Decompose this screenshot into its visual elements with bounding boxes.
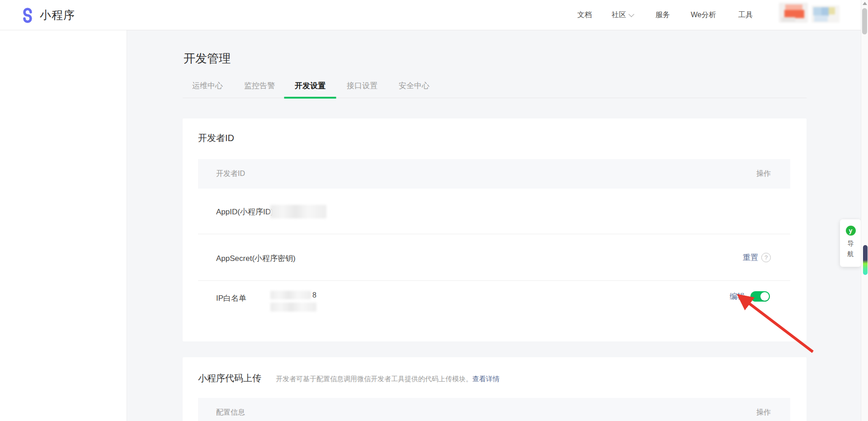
edit-link[interactable]: 编辑 [730, 291, 745, 302]
ip-value-1-tail: 8 [312, 291, 316, 299]
nav-tools[interactable]: 工具 [738, 0, 753, 30]
ip-value-1-redacted [270, 291, 311, 299]
sidebar [0, 30, 127, 421]
developer-id-card: 开发者ID 开发者ID 操作 AppID(小程序ID) AppSecret(小程… [183, 118, 807, 341]
tab-monitor-alerts[interactable]: 监控告警 [244, 79, 275, 98]
developer-id-table-header: 开发者ID 操作 [198, 159, 790, 189]
appid-value-redacted [270, 205, 326, 218]
view-details-link[interactable]: 查看详情 [472, 375, 500, 383]
account-avatar-redacted[interactable] [779, 3, 808, 23]
nav-we-analytics[interactable]: We分析 [691, 0, 716, 30]
tab-bar: 运维中心 监控告警 开发设置 接口设置 安全中心 [183, 79, 807, 98]
miniprogram-logo[interactable]: 小程序 [19, 0, 75, 30]
tab-security-center[interactable]: 安全中心 [399, 79, 429, 98]
column-action: 操作 [756, 169, 771, 179]
page: 小程序 文档 社区 服务 We分析 工具 [0, 0, 868, 421]
scroll-up-arrow-icon[interactable] [863, 2, 867, 5]
scroll-position-marker[interactable] [863, 245, 868, 275]
ip-whitelist-toggle[interactable] [750, 291, 770, 302]
column-config-info: 配置信息 [216, 408, 245, 417]
nav-docs[interactable]: 文档 [577, 0, 592, 30]
nav-widget-icon: y [846, 226, 856, 236]
tab-operations-center[interactable]: 运维中心 [192, 79, 223, 98]
ip-whitelist-label: IP白名单 [216, 293, 246, 303]
nav-services[interactable]: 服务 [656, 0, 670, 30]
code-upload-description: 开发者可基于配置信息调用微信开发者工具提供的代码上传模块。 [276, 375, 472, 383]
floating-nav-widget[interactable]: y 导 航 [840, 219, 861, 267]
appsecret-label: AppSecret(小程序密钥) [216, 253, 296, 264]
chevron-down-icon [628, 11, 634, 17]
appid-row: AppID(小程序ID) [198, 189, 790, 234]
question-circle-icon[interactable]: ? [761, 253, 771, 262]
nav-widget-text-2: 航 [840, 249, 861, 259]
appsecret-row: AppSecret(小程序密钥) 重置 ? [198, 234, 790, 281]
appid-label: AppID(小程序ID) [216, 207, 274, 217]
column-action: 操作 [756, 408, 771, 417]
ip-whitelist-row: IP白名单 8 编辑 [198, 281, 790, 341]
user-avatar-redacted[interactable] [811, 5, 840, 23]
tab-interface-settings[interactable]: 接口设置 [347, 79, 377, 98]
code-upload-heading: 小程序代码上传 [198, 372, 261, 384]
code-upload-table-header: 配置信息 操作 [198, 398, 790, 421]
toggle-knob [760, 292, 769, 301]
code-upload-card: 小程序代码上传 开发者可基于配置信息调用微信开发者工具提供的代码上传模块。 查看… [183, 357, 807, 421]
top-header: 小程序 文档 社区 服务 We分析 工具 [0, 0, 868, 30]
nav-widget-text-1: 导 [840, 238, 861, 249]
miniprogram-logo-icon [19, 7, 35, 24]
tab-development-settings[interactable]: 开发设置 [295, 79, 326, 98]
scrollbar-track[interactable] [861, 0, 868, 421]
page-title: 开发管理 [184, 51, 231, 66]
column-developer-id: 开发者ID [216, 169, 245, 179]
nav-community[interactable]: 社区 [612, 0, 632, 30]
developer-id-table: 开发者ID 操作 AppID(小程序ID) AppSecret(小程序密钥) 重… [198, 159, 790, 341]
code-upload-table: 配置信息 操作 [198, 398, 790, 421]
reset-link[interactable]: 重置 [743, 252, 758, 263]
developer-id-heading: 开发者ID [198, 132, 234, 144]
logo-text: 小程序 [40, 8, 75, 23]
scrollbar-thumb[interactable] [862, 8, 867, 34]
ip-value-2-redacted [270, 303, 316, 312]
